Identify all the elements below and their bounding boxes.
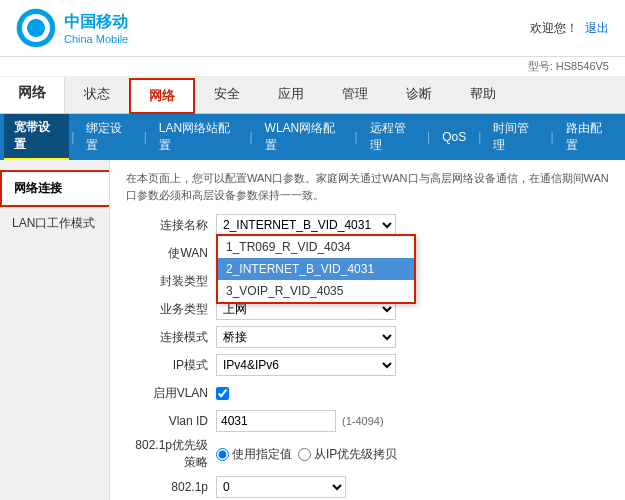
dot1p-label: 802.1p	[126, 480, 216, 494]
subnav-route[interactable]: 路由配置	[556, 115, 621, 159]
logo-icon	[16, 8, 56, 48]
dropdown-option-3[interactable]: 3_VOIP_R_VID_4035	[218, 280, 414, 302]
logo-area: 中国移动 China Mobile	[16, 8, 128, 48]
dot1p-select[interactable]: 0	[216, 476, 346, 498]
qos-opt1-label: 使用指定值	[232, 446, 292, 463]
connection-dropdown: 1_TR069_R_VID_4034 2_INTERNET_B_VID_4031…	[216, 234, 416, 304]
qos-radio-1-input[interactable]	[216, 448, 229, 461]
qos-radio-2-input[interactable]	[298, 448, 311, 461]
tab-security[interactable]: 安全	[195, 77, 259, 113]
enable-vlan-row: 启用VLAN	[126, 381, 609, 405]
subnav-wlan[interactable]: WLAN网络配置	[255, 115, 353, 159]
connect-mode-select[interactable]: 桥接	[216, 326, 396, 348]
ip-mode-select[interactable]: IPv4&IPv6	[216, 354, 396, 376]
model-text: 型号: HS8546V5	[528, 60, 609, 72]
dropdown-option-1[interactable]: 1_TR069_R_VID_4034	[218, 236, 414, 258]
qos-label: 802.1p优先级策略	[126, 437, 216, 471]
content-description: 在本页面上，您可以配置WAN口参数。家庭网关通过WAN口与高层网络设备通信，在通…	[126, 170, 609, 203]
subnav-time[interactable]: 时间管理	[483, 115, 548, 159]
sub-nav: 宽带设置 | 绑定设置 | LAN网络站配置 | WLAN网络配置 | 远程管理…	[0, 114, 625, 160]
tab-diagnose[interactable]: 诊断	[387, 77, 451, 113]
nav-left-label: 网络	[0, 77, 65, 113]
subnav-broadband[interactable]: 宽带设置	[4, 114, 69, 160]
header: 中国移动 China Mobile 欢迎您！ 退出	[0, 0, 625, 57]
vlan-id-hint: (1-4094)	[342, 415, 384, 427]
vlan-id-input[interactable]	[216, 410, 336, 432]
qos-row: 802.1p优先级策略 使用指定值 从IP优先级拷贝	[126, 437, 609, 471]
tab-manage[interactable]: 管理	[323, 77, 387, 113]
encap-type-label: 封装类型	[126, 273, 216, 290]
vlan-id-row: Vlan ID (1-4094)	[126, 409, 609, 433]
subnav-remote[interactable]: 远程管理	[360, 115, 425, 159]
subnav-bind[interactable]: 绑定设置	[76, 115, 141, 159]
ip-mode-row: IP模式 IPv4&IPv6	[126, 353, 609, 377]
main-layout: 网络连接 LAN口工作模式 在本页面上，您可以配置WAN口参数。家庭网关通过WA…	[0, 160, 625, 500]
connect-mode-row: 连接模式 桥接	[126, 325, 609, 349]
connection-name-row: 连接名称 2_INTERNET_B_VID_4031 1_TR069_R_VID…	[126, 213, 609, 237]
ip-mode-label: IP模式	[126, 357, 216, 374]
enable-vlan-label: 启用VLAN	[126, 385, 216, 402]
logo-text: 中国移动 China Mobile	[64, 12, 128, 45]
qos-opt2-label: 从IP优先级拷贝	[314, 446, 397, 463]
sidebar-item-lan-mode[interactable]: LAN口工作模式	[0, 207, 109, 240]
sidebar-item-network-connect[interactable]: 网络连接	[0, 170, 109, 207]
tab-help[interactable]: 帮助	[451, 77, 515, 113]
dropdown-option-2[interactable]: 2_INTERNET_B_VID_4031	[218, 258, 414, 280]
vlan-id-label: Vlan ID	[126, 414, 216, 428]
sidebar: 网络连接 LAN口工作模式	[0, 160, 110, 500]
use-wan-label: 使WAN	[126, 245, 216, 262]
connection-name-label: 连接名称	[126, 217, 216, 234]
tab-status[interactable]: 状态	[65, 77, 129, 113]
header-right: 欢迎您！ 退出	[530, 20, 609, 37]
content-area: 在本页面上，您可以配置WAN口参数。家庭网关通过WAN口与高层网络设备通信，在通…	[110, 160, 625, 500]
subnav-lan[interactable]: LAN网络站配置	[149, 115, 248, 159]
logo-cn: 中国移动	[64, 12, 128, 33]
tab-app[interactable]: 应用	[259, 77, 323, 113]
logo-en: China Mobile	[64, 33, 128, 45]
dot1p-row: 802.1p 0	[126, 475, 609, 499]
welcome-text: 欢迎您！	[530, 21, 578, 35]
subnav-qos[interactable]: QoS	[432, 125, 476, 149]
enable-vlan-checkbox[interactable]	[216, 387, 229, 400]
tab-network[interactable]: 网络	[129, 78, 195, 114]
connect-mode-label: 连接模式	[126, 329, 216, 346]
model-row: 型号: HS8546V5	[0, 57, 625, 77]
connection-name-select[interactable]: 2_INTERNET_B_VID_4031	[216, 214, 396, 236]
logout-link[interactable]: 退出	[585, 21, 609, 35]
service-type-label: 业务类型	[126, 301, 216, 318]
connection-name-value: 2_INTERNET_B_VID_4031 1_TR069_R_VID_4034…	[216, 214, 609, 236]
qos-radio-2[interactable]: 从IP优先级拷贝	[298, 446, 397, 463]
qos-radio-1[interactable]: 使用指定值	[216, 446, 292, 463]
